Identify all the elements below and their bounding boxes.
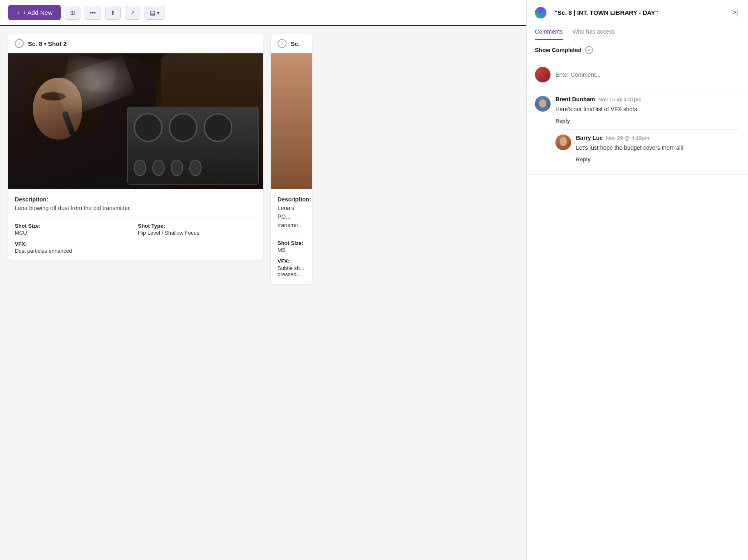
shots-container: ✓ Sc. 8 • Shot 2	[0, 26, 526, 560]
panel-tabs: Comments Who has access	[535, 24, 740, 40]
shot-complete-checkbox-1[interactable]: ✓	[15, 39, 24, 48]
show-completed-row: Show Completed ✓	[527, 40, 748, 60]
shot-size-2: Shot Size: MS	[278, 240, 305, 253]
reply-btn-1[interactable]: Reply	[576, 156, 590, 162]
tab-comments[interactable]: Comments	[535, 24, 563, 40]
shot-divider	[15, 217, 256, 218]
comment-date-1: Nov 15 @ 4:41pm	[598, 96, 641, 103]
view-dropdown-button[interactable]: ▤ ▾	[145, 6, 165, 20]
desc-label-2: Description:	[278, 195, 305, 204]
shot-title-1: Sc. 8 • Shot 2	[28, 40, 67, 47]
vfx-label-2: VFX:	[278, 258, 305, 264]
author-line-1: Brent Dunham Nov 15 @ 4:41pm	[555, 96, 740, 103]
comment-input-row	[527, 60, 748, 89]
reply-body-1: Barry Luc Nov 29 @ 4:19pm Let's just hop…	[576, 135, 740, 163]
comment-main-1: Brent Dunham Nov 15 @ 4:41pm Here's our …	[535, 96, 740, 124]
shot-size-item: Shot Size: MCU	[15, 223, 133, 236]
panel-title-row: "Sc. 8 | INT. TOWN LIBRARY - DAY" >|	[535, 7, 740, 18]
shot-header-2: ✓ Sc.	[271, 34, 312, 53]
plus-icon: +	[16, 9, 20, 16]
comment-input[interactable]	[555, 71, 740, 78]
comment-thread-1: Brent Dunham Nov 15 @ 4:41pm Here's our …	[527, 89, 748, 175]
vfx-label: VFX:	[15, 241, 256, 247]
shot-description-2: Description: Lena's PO... transmit...	[278, 195, 305, 230]
shot-vfx-item: VFX: Dust particles enhanced	[15, 241, 256, 254]
reply-thread-1: Barry Luc Nov 29 @ 4:19pm Let's just hop…	[555, 129, 740, 163]
shot-size-value-2: MS	[278, 247, 305, 253]
barry-avatar	[555, 135, 571, 150]
export-button[interactable]: ⬆	[105, 6, 121, 20]
shot-header-1: ✓ Sc. 8 • Shot 2	[8, 34, 263, 53]
shot-details-2: Description: Lena's PO... transmit... Sh…	[271, 189, 312, 284]
app-logo	[535, 7, 546, 18]
shot-title-2: Sc.	[291, 40, 300, 47]
add-new-label: + Add New	[23, 9, 53, 16]
comments-list: Brent Dunham Nov 15 @ 4:41pm Here's our …	[527, 89, 748, 560]
left-panel: + + Add New ⊞ ••• ⬆ ↗ ▤ ▾ ✓ Sc. 8 • Shot…	[0, 0, 526, 560]
comment-author-1: Brent Dunham	[555, 96, 595, 103]
more-options-button[interactable]: •••	[85, 6, 101, 20]
brent-avatar	[535, 96, 551, 112]
show-completed-label: Show Completed	[535, 47, 582, 53]
shot-type-label: Shot Type:	[138, 223, 256, 229]
shot-card-2: ✓ Sc. Description: Lena's PO... transmit…	[271, 34, 312, 284]
shot-size-label-2: Shot Size:	[278, 240, 305, 246]
shot-meta-grid: Shot Size: MCU Shot Type: Hip Level / Sh…	[15, 223, 256, 236]
shot-image-2	[271, 53, 312, 189]
comment-body-1: Brent Dunham Nov 15 @ 4:41pm Here's our …	[555, 96, 740, 124]
panel-close-button[interactable]: >|	[730, 7, 740, 18]
current-user-avatar	[535, 67, 551, 82]
description-label: Description:	[15, 195, 256, 204]
shot-image-1	[8, 53, 263, 189]
shot-vfx-2: VFX: Subtle sh... pressed...	[278, 258, 305, 277]
reply-author-line-1: Barry Luc Nov 29 @ 4:19pm	[576, 135, 740, 141]
shot-type-item: Shot Type: Hip Level / Shallow Focus	[138, 223, 256, 236]
tab-who-has-access[interactable]: Who has access	[573, 24, 615, 40]
grid-icon: ⊞	[70, 9, 75, 16]
panel-title: "Sc. 8 | INT. TOWN LIBRARY - DAY"	[555, 9, 730, 16]
share-icon: ↗	[130, 9, 135, 16]
panel-header: "Sc. 8 | INT. TOWN LIBRARY - DAY" >| Com…	[527, 0, 748, 40]
toolbar: + + Add New ⊞ ••• ⬆ ↗ ▤ ▾	[0, 0, 526, 26]
description-text: Lena blowing off dust from the old trans…	[15, 205, 131, 211]
shot-card-1: ✓ Sc. 8 • Shot 2	[8, 34, 263, 261]
shot-type-value: Hip Level / Shallow Focus	[138, 230, 256, 236]
comment-reply-btn-1[interactable]: Reply	[555, 118, 570, 124]
shot-size-label: Shot Size:	[15, 223, 133, 229]
shot-complete-checkbox-2[interactable]: ✓	[278, 39, 287, 48]
right-panel: "Sc. 8 | INT. TOWN LIBRARY - DAY" >| Com…	[526, 0, 748, 560]
export-icon: ⬆	[110, 9, 115, 16]
more-icon: •••	[90, 9, 96, 16]
add-new-button[interactable]: + + Add New	[8, 5, 61, 20]
show-completed-toggle[interactable]: ✓	[585, 46, 593, 54]
grid-view-button[interactable]: ⊞	[65, 6, 80, 20]
shot-description-1: Description: Lena blowing off dust from …	[15, 195, 256, 213]
share-button[interactable]: ↗	[125, 6, 140, 20]
reply-main-1: Barry Luc Nov 29 @ 4:19pm Let's just hop…	[555, 135, 740, 163]
shot-size-value: MCU	[15, 230, 133, 236]
shot-divider-2	[278, 235, 305, 235]
reply-date-1: Nov 29 @ 4:19pm	[606, 135, 649, 141]
vfx-value: Dust particles enhanced	[15, 248, 256, 254]
reply-author-1: Barry Luc	[576, 135, 603, 141]
comment-text-1: Here's our final list of VFX shots.	[555, 105, 740, 114]
shot-details-1: Description: Lena blowing off dust from …	[8, 189, 263, 261]
reply-text-1: Let's just hope the budget covers them a…	[576, 144, 740, 152]
view-label: ▤ ▾	[150, 9, 160, 16]
